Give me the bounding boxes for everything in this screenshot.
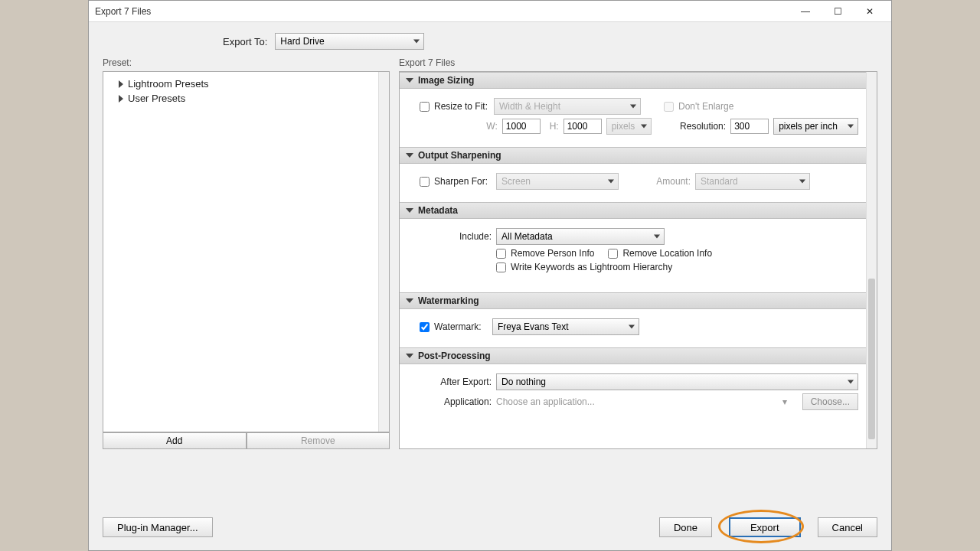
sharpen-for-label: Sharpen For: — [434, 176, 492, 187]
watermark-checkbox[interactable] — [420, 322, 430, 332]
plugin-manager-button[interactable]: Plug-in Manager... — [103, 517, 213, 537]
scrollbar[interactable] — [378, 72, 389, 432]
remove-preset-button: Remove — [247, 432, 390, 449]
remove-person-label: Remove Person Info — [511, 248, 594, 259]
size-unit-select: pixels — [606, 118, 652, 135]
right-column-label: Export 7 Files — [399, 57, 877, 68]
resize-to-fit-checkbox[interactable] — [420, 102, 430, 112]
amount-label: Amount: — [648, 176, 691, 187]
window-title: Export 7 Files — [95, 6, 790, 17]
close-button[interactable]: ✕ — [854, 1, 885, 22]
dont-enlarge-checkbox — [664, 102, 674, 112]
remove-location-label: Remove Location Info — [622, 248, 712, 259]
width-label: W: — [484, 121, 498, 132]
height-input[interactable] — [564, 119, 602, 134]
width-input[interactable] — [502, 119, 541, 134]
dont-enlarge-label: Don't Enlarge — [678, 101, 733, 112]
dialog-footer: Plug-in Manager... Done Export Cancel — [89, 504, 891, 550]
height-label: H: — [545, 121, 559, 132]
cancel-button[interactable]: Cancel — [818, 517, 877, 537]
section-image-sizing[interactable]: Image Sizing — [400, 72, 866, 89]
scrollbar[interactable] — [866, 72, 877, 448]
remove-location-checkbox[interactable] — [608, 249, 618, 259]
resolution-unit-select[interactable]: pixels per inch — [773, 118, 858, 135]
export-to-select[interactable]: Hard Drive — [275, 33, 424, 50]
done-button[interactable]: Done — [659, 517, 712, 537]
chevron-right-icon — [119, 95, 123, 103]
preset-folder-user[interactable]: User Presets — [106, 91, 386, 106]
sharpen-amount-select: Standard — [695, 173, 810, 190]
sharpen-for-checkbox[interactable] — [420, 177, 430, 187]
chevron-down-icon — [406, 208, 413, 213]
resolution-label: Resolution: — [673, 121, 726, 132]
resize-to-fit-label: Resize to Fit: — [434, 101, 489, 112]
sharpen-screen-select: Screen — [496, 173, 619, 190]
preset-list[interactable]: Lightroom Presets User Presets — [103, 71, 390, 432]
titlebar: Export 7 Files — ☐ ✕ — [89, 1, 891, 22]
chevron-down-icon: ▾ — [782, 396, 787, 407]
remove-person-checkbox[interactable] — [496, 249, 506, 259]
after-export-select[interactable]: Do nothing — [496, 373, 858, 390]
application-label: Application: — [407, 396, 492, 407]
section-metadata[interactable]: Metadata — [400, 202, 866, 219]
minimize-button[interactable]: — — [790, 1, 821, 22]
preset-label: Preset: — [103, 57, 390, 68]
section-post-processing[interactable]: Post-Processing — [400, 347, 866, 364]
maximize-button[interactable]: ☐ — [822, 1, 853, 22]
choose-app-button: Choose... — [802, 393, 858, 410]
section-output-sharpening[interactable]: Output Sharpening — [400, 147, 866, 164]
chevron-down-icon — [406, 354, 413, 358]
chevron-right-icon — [119, 80, 123, 88]
chevron-down-icon — [406, 153, 413, 158]
application-placeholder: Choose an application... — [496, 396, 778, 407]
scrollbar-thumb[interactable] — [868, 279, 875, 439]
export-button[interactable]: Export — [729, 517, 801, 537]
export-to-row: Export To: Hard Drive — [89, 22, 891, 57]
chevron-down-icon — [406, 78, 413, 83]
resolution-input[interactable] — [730, 119, 769, 134]
include-metadata-select[interactable]: All Metadata — [496, 228, 665, 245]
export-dialog: Export 7 Files — ☐ ✕ Export To: Hard Dri… — [88, 0, 892, 551]
keywords-hierarchy-label: Write Keywords as Lightroom Hierarchy — [511, 262, 672, 272]
fit-mode-select: Width & Height — [494, 98, 641, 115]
after-export-label: After Export: — [407, 377, 492, 387]
section-watermarking[interactable]: Watermarking — [400, 292, 866, 309]
keywords-hierarchy-checkbox[interactable] — [496, 262, 506, 272]
preset-folder-lightroom[interactable]: Lightroom Presets — [106, 77, 386, 91]
add-preset-button[interactable]: Add — [103, 432, 247, 449]
chevron-down-icon — [406, 298, 413, 303]
watermark-select[interactable]: Freya Evans Text — [492, 318, 639, 335]
include-label: Include: — [407, 231, 492, 242]
export-to-label: Export To: — [223, 36, 267, 47]
watermark-label: Watermark: — [434, 321, 488, 332]
